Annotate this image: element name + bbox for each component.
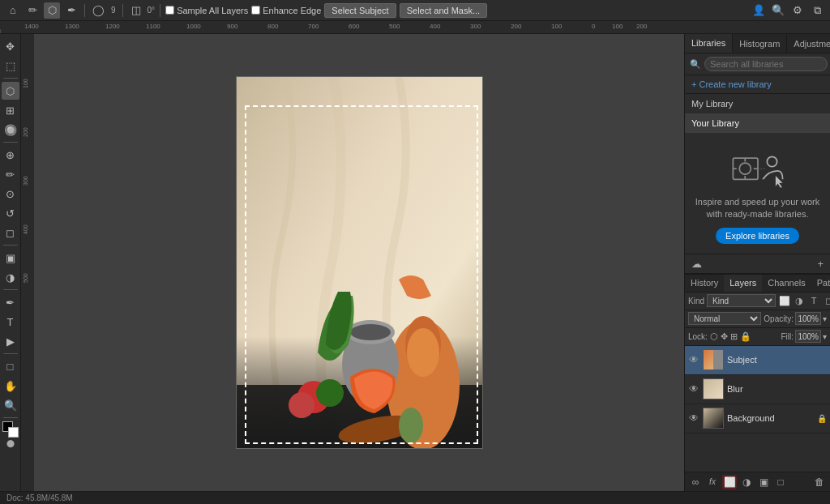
- search-icon: 🔍: [690, 59, 701, 70]
- path-select-tool[interactable]: ▶: [2, 332, 19, 350]
- filter-type-icon[interactable]: T: [807, 294, 820, 307]
- cloud-icon[interactable]: ☁: [691, 258, 702, 270]
- select-subject-button[interactable]: Select Subject: [324, 3, 396, 18]
- add-panel-icon[interactable]: +: [817, 258, 824, 270]
- angle-indicator-icon[interactable]: ◫: [128, 2, 144, 19]
- dodge-tool[interactable]: ◑: [2, 268, 19, 286]
- move-tool[interactable]: ✥: [2, 37, 19, 55]
- add-mask-button[interactable]: ⬜: [722, 475, 737, 489]
- layer-thumb-blur: [703, 378, 724, 399]
- search-topbar-icon[interactable]: 🔍: [770, 2, 786, 19]
- svg-text:600: 600: [349, 23, 360, 30]
- tool-sep-6: [3, 417, 18, 418]
- tab-libraries[interactable]: Libraries: [685, 34, 733, 53]
- quick-mask-icon[interactable]: ⬤: [2, 439, 19, 447]
- photoshop-canvas[interactable]: [236, 76, 483, 449]
- svg-text:0: 0: [592, 23, 596, 30]
- svg-text:700: 700: [308, 23, 319, 30]
- brush-tool[interactable]: ✏: [2, 165, 19, 183]
- fx-icon[interactable]: fx: [705, 475, 720, 489]
- link-icon[interactable]: ∞: [688, 475, 703, 489]
- quick-selection-tool[interactable]: ⬡: [2, 82, 19, 100]
- tool-sep-3: [3, 245, 18, 246]
- tab-paths[interactable]: Paths: [811, 275, 830, 292]
- library-search-input[interactable]: [704, 57, 828, 71]
- layer-row-subject[interactable]: 👁 Subject: [685, 346, 830, 375]
- eraser-tool[interactable]: ◻: [2, 224, 19, 241]
- layer-name-subject: Subject: [727, 355, 827, 365]
- sample-all-layers-checkbox[interactable]: Sample All Layers: [165, 6, 248, 15]
- explore-libraries-button[interactable]: Explore libraries: [716, 228, 799, 244]
- opacity-input[interactable]: [795, 312, 821, 325]
- account-icon[interactable]: 👤: [751, 2, 767, 19]
- libraries-panel-tabs: Libraries Histogram Adjustments ▶ ≡: [685, 34, 830, 53]
- fill-arrow-icon[interactable]: ▾: [823, 332, 827, 341]
- svg-text:1200: 1200: [105, 23, 120, 30]
- tab-adjustments[interactable]: Adjustments: [787, 34, 830, 53]
- panels-icon[interactable]: ⧉: [809, 2, 825, 19]
- zoom-tool[interactable]: 🔍: [2, 396, 19, 414]
- filter-pixel-icon[interactable]: ⬜: [778, 294, 791, 307]
- pen-icon[interactable]: ✒: [63, 2, 79, 19]
- tab-histogram[interactable]: Histogram: [733, 34, 787, 53]
- top-toolbar: ⌂ ✏ ⬡ ✒ ◯ 9 ◫ 0° Sample All Layers Enhan…: [0, 0, 830, 21]
- rectangle-tool[interactable]: □: [2, 357, 19, 375]
- your-library-item[interactable]: Your Library: [685, 113, 830, 133]
- brush-size-icon[interactable]: ◯: [90, 2, 106, 19]
- fill-input[interactable]: [795, 330, 821, 343]
- opacity-label: Opacity:: [764, 314, 794, 323]
- adjustment-layer-icon[interactable]: ◑: [739, 475, 754, 489]
- filter-adjustment-icon[interactable]: ◑: [793, 294, 806, 307]
- svg-text:400: 400: [430, 23, 441, 30]
- lock-checkerboard-icon[interactable]: ⬡: [710, 331, 718, 342]
- status-bar: Doc: 45.8M/45.8M: [0, 491, 830, 504]
- hand-tool[interactable]: ✋: [2, 377, 19, 395]
- artboard-tool[interactable]: ⬚: [2, 57, 19, 75]
- tab-channels[interactable]: Channels: [762, 275, 811, 292]
- lock-position-icon[interactable]: ✥: [721, 331, 728, 342]
- create-new-library-button[interactable]: + Create new library: [685, 75, 830, 94]
- crop-tool[interactable]: ⊞: [2, 101, 19, 119]
- layer-filter-select[interactable]: Kind Name Effect Mode Attribute Color Sm…: [707, 294, 776, 307]
- brush-size-value: 9: [111, 6, 116, 15]
- blend-mode-select[interactable]: Normal Dissolve Multiply Screen Overlay: [688, 312, 761, 325]
- lock-artboard-icon[interactable]: ⊞: [730, 331, 738, 342]
- tab-layers[interactable]: Layers: [724, 275, 762, 292]
- layers-list: 👁 Subject 👁 Blur 👁 Background: [685, 346, 830, 472]
- filter-type-icons: ⬜ ◑ T ◻ ⊙: [778, 294, 830, 307]
- layer-visibility-blur[interactable]: 👁: [688, 383, 700, 395]
- canvas-area[interactable]: 100 200 300 400 500: [21, 34, 684, 491]
- gradient-tool[interactable]: ▣: [2, 249, 19, 267]
- layer-visibility-background[interactable]: 👁: [688, 412, 700, 424]
- layer-visibility-subject[interactable]: 👁: [688, 354, 700, 365]
- clone-stamp-tool[interactable]: ⊙: [2, 185, 19, 203]
- group-layer-icon[interactable]: ▣: [756, 475, 771, 489]
- spot-heal-tool[interactable]: ⊕: [2, 146, 19, 164]
- layer-row-background[interactable]: 👁 Background 🔒: [685, 404, 830, 434]
- tool-sep-4: [3, 289, 18, 290]
- home-icon[interactable]: ⌂: [5, 2, 21, 19]
- quick-select-active-icon[interactable]: ⬡: [44, 2, 60, 19]
- new-layer-icon[interactable]: □: [773, 475, 788, 489]
- lock-all-icon[interactable]: 🔒: [740, 331, 751, 342]
- pen-tool[interactable]: ✒: [2, 293, 19, 311]
- select-and-mask-button[interactable]: Select and Mask...: [400, 3, 488, 18]
- brush-options-icon[interactable]: ✏: [24, 2, 41, 19]
- settings-icon[interactable]: ⚙: [789, 2, 806, 19]
- tab-history[interactable]: History: [685, 275, 724, 292]
- svg-text:200: 200: [511, 23, 522, 30]
- opacity-arrow-icon[interactable]: ▾: [823, 314, 827, 323]
- history-brush-tool[interactable]: ↺: [2, 204, 19, 222]
- layer-row-blur[interactable]: 👁 Blur: [685, 375, 830, 404]
- enhance-edge-checkbox[interactable]: Enhance Edge: [251, 6, 321, 15]
- toolbar-sep-2: [122, 4, 123, 17]
- svg-point-38: [399, 408, 423, 443]
- top-right-icons: 👤 🔍 ⚙ ⧉: [751, 2, 825, 19]
- foreground-background-colors[interactable]: [2, 421, 19, 438]
- filter-shape-icon[interactable]: ◻: [822, 294, 830, 307]
- type-tool[interactable]: T: [2, 313, 19, 331]
- my-library-item[interactable]: My Library: [685, 94, 830, 113]
- eyedropper-tool[interactable]: 🔘: [2, 121, 19, 139]
- lock-label: Lock:: [688, 332, 708, 341]
- delete-layer-icon[interactable]: 🗑: [812, 475, 827, 489]
